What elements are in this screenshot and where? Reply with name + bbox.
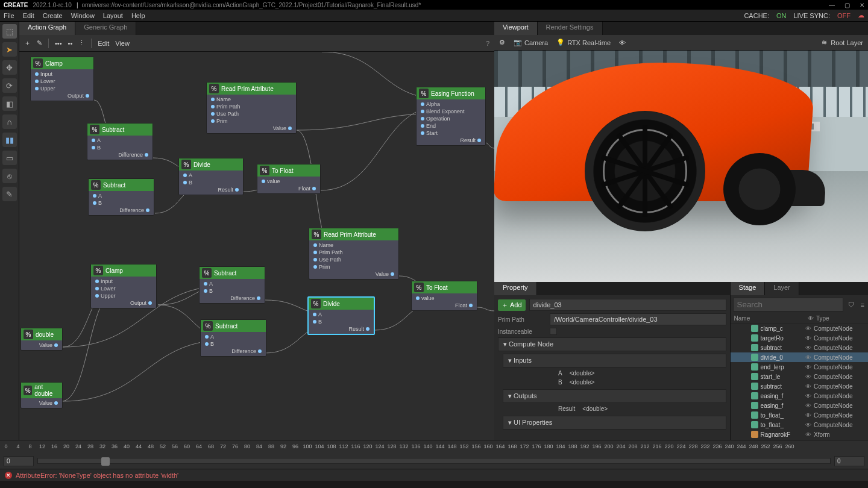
menu-help[interactable]: Help xyxy=(131,12,145,19)
menu-layout[interactable]: Layout xyxy=(103,12,123,19)
stage-panel: Stage Layer ⛉ ≡ Name 👁 Type clamp_c👁Comp… xyxy=(731,282,868,440)
camera-dropdown[interactable]: 📷 Camera xyxy=(514,39,548,46)
stage-row[interactable]: subtract👁ComputeNode xyxy=(731,381,868,391)
timeline-start-input[interactable] xyxy=(4,456,34,466)
stage-tree[interactable]: clamp_c👁ComputeNodetargetRo👁ComputeNodes… xyxy=(731,324,868,440)
tab-generic-graph[interactable]: Generic Graph xyxy=(75,22,136,35)
menu-window[interactable]: Window xyxy=(71,12,95,19)
outputs-section[interactable]: ▾ Outputs xyxy=(503,389,726,403)
node-clamp2[interactable]: %ClampInputLowerUpperOutput xyxy=(90,264,157,308)
rotate-tool[interactable]: ⟳ xyxy=(2,78,17,93)
tab-render-settings[interactable]: Render Settings xyxy=(538,22,603,35)
stage-row[interactable]: easing_f👁ComputeNode xyxy=(731,391,868,401)
arrow-tool[interactable]: ➤ xyxy=(2,42,17,57)
error-icon[interactable]: ✕ xyxy=(5,472,12,479)
move-tool[interactable]: ✥ xyxy=(2,60,17,75)
dots-icon[interactable]: ••• xyxy=(55,40,62,47)
stage-row[interactable]: to_float_👁ComputeNode xyxy=(731,420,868,430)
rear-wheel xyxy=(723,153,796,225)
node-dbl2[interactable]: %ant doubleValue xyxy=(20,382,63,408)
prim-path-input[interactable] xyxy=(550,313,726,325)
right-panel: Viewport Render Settings ⚙ 📷 Camera 💡 RT… xyxy=(494,22,868,440)
node-div1[interactable]: %DivideABResult xyxy=(178,158,244,195)
scale-tool[interactable]: ◧ xyxy=(2,96,17,111)
timeline-ticks[interactable]: 0481216202428323640444852566064687276808… xyxy=(0,440,868,452)
play-tool[interactable]: ▮▮ xyxy=(2,133,17,147)
select-tool[interactable]: ⬚ xyxy=(2,24,17,39)
menu-edit[interactable]: Edit xyxy=(23,12,34,19)
layers-icon[interactable]: ≋ xyxy=(822,39,827,46)
instanceable-checkbox[interactable] xyxy=(550,328,557,335)
eye-icon[interactable]: 👁 xyxy=(619,39,626,46)
filter-icon[interactable]: ⛉ xyxy=(848,301,855,308)
viewport-3d[interactable]: ←→ A2 A3 xyxy=(494,51,868,282)
graph-view-menu[interactable]: View xyxy=(115,40,130,47)
node-read2[interactable]: %Read Prim AttributeNamePrim PathUse Pat… xyxy=(309,228,399,280)
cache-label: CACHE: xyxy=(744,12,769,19)
maximize-icon[interactable]: ▢ xyxy=(844,2,850,8)
node-dbl1[interactable]: %doubleValue xyxy=(20,328,63,351)
node-sub3[interactable]: %SubtractABDifference xyxy=(199,266,265,304)
node-tof2[interactable]: %To FloatvalueFloat xyxy=(411,281,477,311)
sync-state[interactable]: OFF xyxy=(837,12,851,19)
input-a-row: A<double> xyxy=(498,369,726,378)
minimize-icon[interactable]: — xyxy=(829,2,835,8)
stage-row[interactable]: Camera_Lo👁Xform xyxy=(731,439,868,440)
stage-row[interactable]: subtract👁ComputeNode xyxy=(731,343,868,352)
tab-stage[interactable]: Stage xyxy=(731,282,766,295)
node-sub1[interactable]: %SubtractABDifference xyxy=(87,123,153,160)
cloud-icon[interactable]: ☁ xyxy=(858,11,864,19)
stage-row[interactable]: RagnarokF👁Xform xyxy=(731,430,868,439)
stage-search-input[interactable] xyxy=(733,298,843,311)
tab-action-graph[interactable]: Action Graph xyxy=(19,22,75,35)
node-read1[interactable]: %Read Prim AttributeNamePrim PathUse Pat… xyxy=(206,82,297,134)
node-tof1[interactable]: %To FloatvalueFloat xyxy=(257,164,321,194)
tab-viewport[interactable]: Viewport xyxy=(494,22,538,35)
snap-tool[interactable]: ∩ xyxy=(2,114,17,129)
edit-node-icon[interactable]: ✎ xyxy=(37,39,42,47)
misc-tool-1[interactable]: ▭ xyxy=(2,151,17,165)
help-icon[interactable]: ? xyxy=(486,40,489,47)
timeline-handle[interactable] xyxy=(101,457,110,466)
options-icon[interactable]: ≡ xyxy=(861,301,864,308)
node-ease1[interactable]: %Easing FunctionAlphaBlend ExponentOpera… xyxy=(416,87,486,146)
menu-create[interactable]: Create xyxy=(43,12,63,19)
node-sub2[interactable]: %SubtractABDifference xyxy=(88,178,154,216)
cache-state[interactable]: ON xyxy=(776,12,787,19)
stage-row[interactable]: start_le👁ComputeNode xyxy=(731,372,868,381)
stage-row[interactable]: to_float_👁ComputeNode xyxy=(731,410,868,420)
add-button[interactable]: ＋ Add xyxy=(498,299,526,311)
stage-row[interactable]: targetRo👁ComputeNode xyxy=(731,333,868,343)
dots2-icon[interactable]: •• xyxy=(68,40,73,47)
stage-row[interactable]: easing_f👁ComputeNode xyxy=(731,401,868,410)
misc-tool-2[interactable]: ⎋ xyxy=(2,169,17,183)
property-panel: Property ＋ Add Prim Path Instanceable xyxy=(494,282,731,440)
menu-file[interactable]: File xyxy=(4,12,14,19)
ui-props-section[interactable]: ▾ UI Properties xyxy=(503,416,726,430)
close-icon[interactable]: ✕ xyxy=(860,2,864,8)
stage-row[interactable]: clamp_c👁ComputeNode xyxy=(731,324,868,333)
gear-icon[interactable]: ⚙ xyxy=(499,39,505,46)
root-layer-label[interactable]: Root Layer xyxy=(831,39,863,46)
dots3-icon[interactable]: ⋮ xyxy=(78,39,85,47)
graph-canvas[interactable]: %ClampInputLowerUpperOutput%SubtractABDi… xyxy=(19,52,494,440)
app-name: CREATE xyxy=(4,2,28,8)
stage-row[interactable]: end_lerp👁ComputeNode xyxy=(731,362,868,372)
stage-row[interactable]: divide_0👁ComputeNode xyxy=(731,352,868,362)
prop-name-input[interactable] xyxy=(529,299,726,311)
add-node-icon[interactable]: ＋ xyxy=(24,39,31,48)
renderer-dropdown[interactable]: 💡 RTX Real-time xyxy=(556,39,611,46)
node-sub4[interactable]: %SubtractABDifference xyxy=(200,319,266,357)
inputs-section[interactable]: ▾ Inputs xyxy=(503,354,726,368)
graph-edit-menu[interactable]: Edit xyxy=(98,40,109,47)
graph-panel: Action Graph Generic Graph ＋ ✎ ••• •• ⋮ … xyxy=(19,22,494,440)
node-div2[interactable]: %DivideABResult xyxy=(307,296,375,335)
compute-node-section[interactable]: ▾ Compute Node xyxy=(498,337,726,351)
brush-tool[interactable]: ✎ xyxy=(2,187,17,201)
tab-property[interactable]: Property xyxy=(494,282,537,295)
node-clamp1[interactable]: %ClampInputLowerUpperOutput xyxy=(30,57,94,101)
tab-layer[interactable]: Layer xyxy=(765,282,799,295)
timeline-track[interactable] xyxy=(37,458,831,464)
visibility-icon: 👁 xyxy=(808,315,816,322)
timeline-end-input[interactable] xyxy=(834,456,864,466)
